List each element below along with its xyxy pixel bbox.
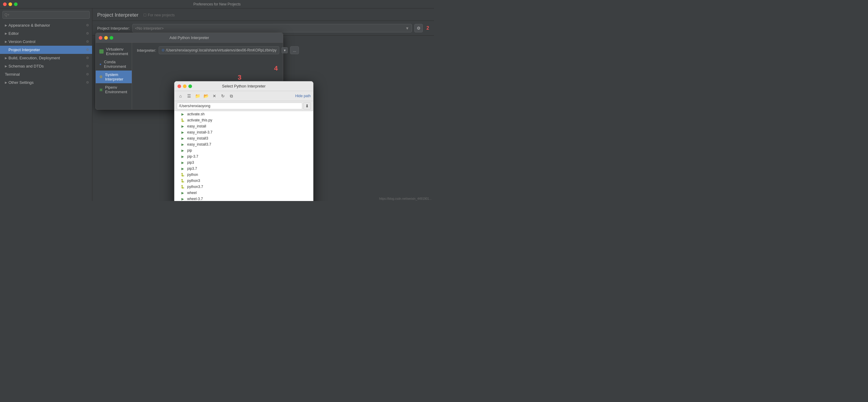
dialog-sidebar-conda[interactable]: ● Conda Environment bbox=[96, 58, 132, 70]
exec-icon: ▶ bbox=[181, 130, 185, 134]
list-item[interactable]: ▶ wheel bbox=[175, 190, 313, 196]
sidebar-item-other-settings[interactable]: ▶ Other Settings ⚙ bbox=[0, 78, 92, 87]
settings-icon: ⚙ bbox=[86, 56, 89, 60]
dialog-sidebar-virtualenv[interactable]: Virtualenv Environment bbox=[96, 45, 132, 58]
list-item[interactable]: 🐍 python3 bbox=[175, 178, 313, 184]
conda-icon: ● bbox=[99, 62, 101, 66]
list-item[interactable]: 🐍 python3.7 bbox=[175, 184, 313, 190]
folder-up-button[interactable]: 📁 bbox=[194, 92, 201, 100]
arrow-icon: ▶ bbox=[5, 32, 7, 35]
list-item[interactable]: ▶ easy_install3 bbox=[175, 135, 313, 141]
select-minimize-button[interactable] bbox=[183, 85, 187, 88]
file-name: python bbox=[187, 172, 198, 177]
sidebar-item-version-control[interactable]: ▶ Version Control ⚙ bbox=[0, 37, 92, 46]
search-box[interactable] bbox=[2, 11, 90, 19]
list-item[interactable]: 🐍 activate_this.py bbox=[175, 117, 313, 123]
sidebar-item-label: Terminal bbox=[5, 72, 20, 76]
dialog-sidebar: Virtualenv Environment ● Conda Environme… bbox=[96, 43, 132, 109]
dialog-sidebar-system[interactable]: ⚙ System Interpreter bbox=[96, 70, 132, 83]
dialog-maximize-button[interactable] bbox=[110, 36, 113, 40]
new-folder-button[interactable]: 📂 bbox=[202, 92, 210, 100]
dialog-minimize-button[interactable] bbox=[104, 36, 108, 40]
file-name: wheel-3.7 bbox=[187, 197, 203, 201]
page-title: Project Interpreter bbox=[97, 12, 138, 18]
sidebar-item-terminal[interactable]: Terminal ⚙ bbox=[0, 70, 92, 78]
exec-icon: ▶ bbox=[181, 124, 185, 128]
file-name: wheel bbox=[187, 191, 196, 195]
delete-button[interactable]: ✕ bbox=[211, 92, 218, 100]
sidebar-item-label: Schemas and DTDs bbox=[8, 64, 43, 68]
sidebar-item-schemas[interactable]: ▶ Schemas and DTDs ⚙ bbox=[0, 62, 92, 70]
list-item[interactable]: ▶ easy_install-3.7 bbox=[175, 129, 313, 135]
sidebar-item-label: Appearance & Behavior bbox=[8, 23, 50, 28]
select-close-button[interactable] bbox=[178, 85, 181, 88]
settings-icon: ⚙ bbox=[86, 48, 89, 52]
interpreter-dropdown[interactable]: <No interpreter> ▼ bbox=[132, 24, 412, 32]
sidebar-items: ▶ Appearance & Behavior ⚙ ▶ Editor ⚙ ▶ V… bbox=[0, 21, 92, 201]
sidebar-item-label: Other Settings bbox=[8, 80, 34, 85]
main-layout: ▶ Appearance & Behavior ⚙ ▶ Editor ⚙ ▶ V… bbox=[0, 8, 434, 201]
select-maximize-button[interactable] bbox=[188, 85, 192, 88]
info-icon: ☐ bbox=[143, 13, 147, 17]
sidebar-item-label: Version Control bbox=[8, 39, 35, 44]
conda-label: Conda Environment bbox=[104, 60, 128, 69]
minimize-button[interactable] bbox=[8, 2, 12, 6]
list-item[interactable]: ▶ pip-3.7 bbox=[175, 154, 313, 160]
sidebar-item-appearance[interactable]: ▶ Appearance & Behavior ⚙ bbox=[0, 21, 92, 29]
hide-path-link[interactable]: Hide path bbox=[295, 94, 311, 98]
gear-button[interactable]: ⚙ bbox=[414, 24, 423, 32]
close-button[interactable] bbox=[3, 2, 7, 6]
file-name: python3 bbox=[187, 178, 200, 183]
three-dots-button[interactable]: ... bbox=[290, 46, 299, 54]
file-name: easy_install3 bbox=[187, 136, 208, 140]
settings-icon: ⚙ bbox=[86, 72, 89, 76]
annotation-2: 2 bbox=[427, 26, 429, 31]
copy-button[interactable]: ⧉ bbox=[228, 92, 235, 100]
maximize-button[interactable] bbox=[14, 2, 18, 6]
python-icon: ⚙ bbox=[161, 48, 165, 53]
file-name: easy_install bbox=[187, 124, 206, 128]
title-bar: Preferences for New Projects bbox=[0, 0, 434, 8]
sidebar-item-editor[interactable]: ▶ Editor ⚙ bbox=[0, 29, 92, 37]
dialog-title: Add Python Interpreter bbox=[169, 35, 209, 40]
file-list: ▶ activate.sh 🐍 activate_this.py ▶ easy_… bbox=[175, 111, 313, 201]
sidebar-item-project-interpreter[interactable]: Project Interpreter ⚙ bbox=[0, 46, 92, 54]
arrow-icon: ▶ bbox=[5, 65, 7, 68]
list-item[interactable]: ▶ activate.sh bbox=[175, 111, 313, 117]
exec-icon: ▶ bbox=[181, 167, 185, 171]
arrow-icon: ▶ bbox=[5, 24, 7, 27]
list-item[interactable]: ▶ pip3.7 bbox=[175, 166, 313, 172]
file-name: pip3.7 bbox=[187, 167, 197, 171]
dialog-close-button[interactable] bbox=[99, 36, 102, 40]
select-dialog-controls[interactable] bbox=[178, 85, 192, 88]
path-browse-button[interactable]: ⬇ bbox=[304, 102, 311, 109]
exec-icon: ▶ bbox=[181, 191, 185, 195]
list-view-button[interactable]: ☰ bbox=[185, 92, 193, 100]
dialog-window-controls[interactable] bbox=[99, 36, 113, 40]
virtualenv-icon bbox=[99, 49, 103, 54]
exec-icon: ▶ bbox=[181, 112, 185, 116]
select-dialog-toolbar: ⌂ ☰ 📁 📂 ✕ ↻ ⧉ Hide path bbox=[175, 91, 313, 101]
exec-icon: ▶ bbox=[181, 155, 185, 159]
home-button[interactable]: ⌂ bbox=[177, 92, 184, 100]
sidebar-item-build[interactable]: ▶ Build, Execution, Deployment ⚙ bbox=[0, 54, 92, 62]
refresh-button[interactable]: ↻ bbox=[219, 92, 226, 100]
list-item[interactable]: ▶ wheel-3.7 bbox=[175, 196, 313, 201]
list-item[interactable]: ▶ easy_install bbox=[175, 123, 313, 129]
arrow-icon: ▶ bbox=[5, 56, 7, 60]
path-input[interactable] bbox=[177, 103, 302, 109]
window-controls[interactable] bbox=[3, 2, 18, 6]
list-item[interactable]: ▶ pip3 bbox=[175, 160, 313, 166]
system-icon: ⚙ bbox=[99, 75, 103, 79]
dropdown-arrow-btn[interactable]: ▼ bbox=[282, 47, 288, 53]
interpreter-path: /Users/renxiaoyong/.local/share/virtuale… bbox=[166, 48, 277, 53]
search-input[interactable] bbox=[4, 13, 88, 17]
list-item[interactable]: ▶ pip bbox=[175, 147, 313, 154]
sidebar-item-label: Project Interpreter bbox=[8, 47, 40, 52]
interpreter-field-value[interactable]: ⚙ /Users/renxiaoyong/.local/share/virtua… bbox=[159, 46, 280, 54]
list-item[interactable]: ▶ easy_install3.7 bbox=[175, 141, 313, 147]
list-item[interactable]: 🐍 python bbox=[175, 172, 313, 178]
dialog-sidebar-pipenv[interactable]: ▣ Pipenv Environment bbox=[96, 83, 132, 96]
exec-icon: ▶ bbox=[181, 142, 185, 146]
content-header: Project Interpreter ☐ For new projects bbox=[92, 8, 434, 21]
